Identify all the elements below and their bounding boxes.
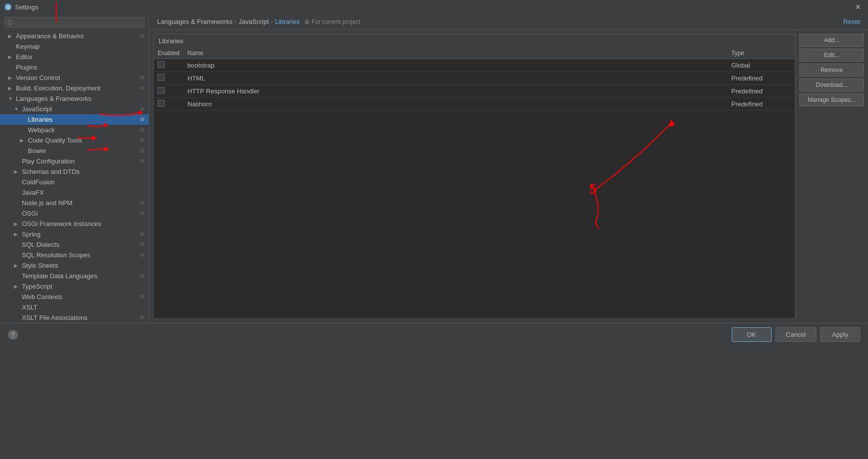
- reset-button[interactable]: Reset: [843, 18, 860, 25]
- sidebar-item-editor[interactable]: ▶ Editor: [0, 52, 149, 62]
- settings-sidebar: ▶ Appearance & Behavior ⚙ Keymap ▶ Edito…: [0, 14, 149, 323]
- checkbox-http[interactable]: [158, 87, 165, 94]
- settings-icon-lib: ⚙: [140, 116, 145, 123]
- help-button[interactable]: ?: [8, 330, 18, 340]
- panel-title: Libraries: [154, 34, 795, 48]
- row-type-bootstrap: Global: [731, 62, 791, 69]
- table-header: Enabled Name Type: [154, 48, 795, 59]
- breadcrumb-bar: Languages & Frameworks › JavaScript › Li…: [149, 14, 868, 30]
- manage-scopes-button[interactable]: Manage Scopes...: [799, 93, 864, 106]
- sidebar-item-spring[interactable]: ▶ Spring ⚙: [0, 229, 149, 239]
- col-type: Type: [731, 50, 791, 57]
- settings-icon-cq: ⚙: [140, 137, 145, 144]
- sidebar-item-version-control[interactable]: ▶ Version Control ⚙: [0, 73, 149, 83]
- arrow-icon: ▶: [8, 33, 14, 39]
- row-name-http: HTTP Response Handler: [187, 87, 731, 95]
- cancel-button[interactable]: Cancel: [776, 327, 816, 342]
- settings-icon-spring: ⚙: [140, 231, 145, 237]
- libraries-table: Enabled Name Type bootstrap Global: [154, 48, 795, 318]
- main-content: Languages & Frameworks › JavaScript › Li…: [149, 14, 868, 323]
- sidebar-item-schemas[interactable]: ▶ Schemas and DTDs: [0, 166, 149, 177]
- row-type-nashorn: Predefined: [731, 100, 791, 108]
- sidebar-item-javascript[interactable]: ▼ JavaScript ⚙: [0, 104, 149, 114]
- sidebar-item-osgi[interactable]: OSGi ⚙: [0, 208, 149, 219]
- edit-button[interactable]: Edit...: [799, 49, 864, 62]
- sidebar-item-webpack[interactable]: Webpack ⚙: [0, 125, 149, 135]
- settings-icon-sql: ⚙: [140, 241, 145, 248]
- table-row[interactable]: HTML Predefined: [154, 72, 795, 85]
- buttons-panel: Add... Edit... Remove Download... Manage…: [799, 34, 864, 319]
- sidebar-item-osgi-framework[interactable]: ▶ OSGi Framework Instances: [0, 219, 149, 229]
- settings-icon-webpack: ⚙: [140, 127, 145, 133]
- download-button[interactable]: Download...: [799, 78, 864, 91]
- breadcrumb: Languages & Frameworks › JavaScript › Li…: [157, 18, 300, 25]
- checkbox-nashorn[interactable]: [158, 100, 165, 107]
- sidebar-item-xslt[interactable]: XSLT: [0, 302, 149, 312]
- settings-icon-web: ⚙: [140, 294, 145, 300]
- app-icon: ⚙: [4, 3, 12, 11]
- sidebar-item-libraries[interactable]: Libraries ⚙: [0, 114, 149, 125]
- breadcrumb-part-1: Languages & Frameworks: [157, 18, 233, 25]
- breadcrumb-sep-2: ›: [271, 18, 273, 25]
- col-name: Name: [187, 50, 731, 57]
- breadcrumb-sep-1: ›: [235, 18, 237, 25]
- table-row[interactable]: Nashorn Predefined: [154, 98, 795, 111]
- sidebar-item-xslt-file[interactable]: XSLT File Associations ⚙: [0, 312, 149, 323]
- row-name-bootstrap: bootstrap: [187, 62, 731, 69]
- remove-button[interactable]: Remove: [799, 64, 864, 76]
- dialog-title: Settings: [15, 3, 38, 11]
- sidebar-item-play-config[interactable]: Play Configuration ⚙: [0, 156, 149, 166]
- sidebar-item-sql-dialects[interactable]: SQL Dialects ⚙: [0, 239, 149, 250]
- settings-icon-xslt: ⚙: [140, 314, 145, 321]
- settings-icon-osgi: ⚙: [140, 210, 145, 217]
- add-button[interactable]: Add...: [799, 34, 864, 47]
- settings-icon-js: ⚙: [140, 106, 145, 112]
- sidebar-item-build[interactable]: ▶ Build, Execution, Deployment ⚙: [0, 83, 149, 93]
- title-bar: ⚙ Settings ✕: [0, 0, 868, 14]
- svg-text:⚙: ⚙: [6, 4, 10, 10]
- apply-button[interactable]: Apply: [820, 327, 860, 342]
- row-type-html: Predefined: [731, 75, 791, 82]
- bottom-bar: ? OK Cancel Apply: [0, 323, 868, 346]
- table-row[interactable]: bootstrap Global: [154, 59, 795, 72]
- row-type-http: Predefined: [731, 87, 791, 95]
- close-button[interactable]: ✕: [852, 2, 864, 12]
- settings-icon-bower: ⚙: [140, 148, 145, 154]
- sidebar-item-web-contexts[interactable]: Web Contexts ⚙: [0, 292, 149, 302]
- project-icon: 🖥: [304, 18, 310, 25]
- row-name-html: HTML: [187, 75, 731, 82]
- sidebar-item-sql-resolution[interactable]: SQL Resolution Scopes ⚙: [0, 250, 149, 260]
- col-enabled: Enabled: [158, 50, 187, 57]
- sidebar-item-bower[interactable]: Bower ⚙: [0, 146, 149, 156]
- sidebar-item-languages[interactable]: ▼ Languages & Frameworks: [0, 93, 149, 104]
- breadcrumb-current: Libraries: [275, 18, 300, 25]
- sidebar-item-code-quality[interactable]: ▶ Code Quality Tools ⚙: [0, 135, 149, 146]
- settings-icon-tpl: ⚙: [140, 273, 145, 279]
- checkbox-bootstrap[interactable]: [158, 61, 165, 68]
- settings-icon-vc: ⚙: [140, 75, 145, 81]
- row-name-nashorn: Nashorn: [187, 100, 731, 108]
- sidebar-item-typescript[interactable]: ▶ TypeScript: [0, 281, 149, 292]
- sidebar-item-template-data[interactable]: Template Data Languages ⚙: [0, 271, 149, 281]
- sidebar-item-appearance[interactable]: ▶ Appearance & Behavior ⚙: [0, 31, 149, 41]
- sidebar-item-nodejs[interactable]: Node.js and NPM ⚙: [0, 198, 149, 208]
- breadcrumb-project: 🖥 For current project: [304, 18, 360, 25]
- settings-icon-build: ⚙: [140, 85, 145, 91]
- sidebar-item-style-sheets[interactable]: ▶ Style Sheets: [0, 260, 149, 271]
- settings-icon: ⚙: [140, 33, 145, 39]
- settings-icon-nodejs: ⚙: [140, 200, 145, 206]
- content-panel: Libraries Enabled Name Type bootstrap Gl…: [149, 30, 868, 323]
- table-row[interactable]: HTTP Response Handler Predefined: [154, 85, 795, 98]
- search-input[interactable]: [4, 17, 145, 28]
- ok-button[interactable]: OK: [732, 327, 772, 342]
- settings-icon-play: ⚙: [140, 158, 145, 164]
- breadcrumb-part-2: JavaScript: [239, 18, 269, 25]
- sidebar-item-coldfusion[interactable]: ColdFusion: [0, 177, 149, 187]
- settings-icon-sqlres: ⚙: [140, 252, 145, 258]
- sidebar-item-javafx[interactable]: JavaFX: [0, 187, 149, 198]
- sidebar-item-plugins[interactable]: Plugins: [0, 62, 149, 73]
- libraries-panel: Libraries Enabled Name Type bootstrap Gl…: [153, 34, 795, 319]
- sidebar-item-keymap[interactable]: Keymap: [0, 41, 149, 52]
- checkbox-html[interactable]: [158, 74, 165, 81]
